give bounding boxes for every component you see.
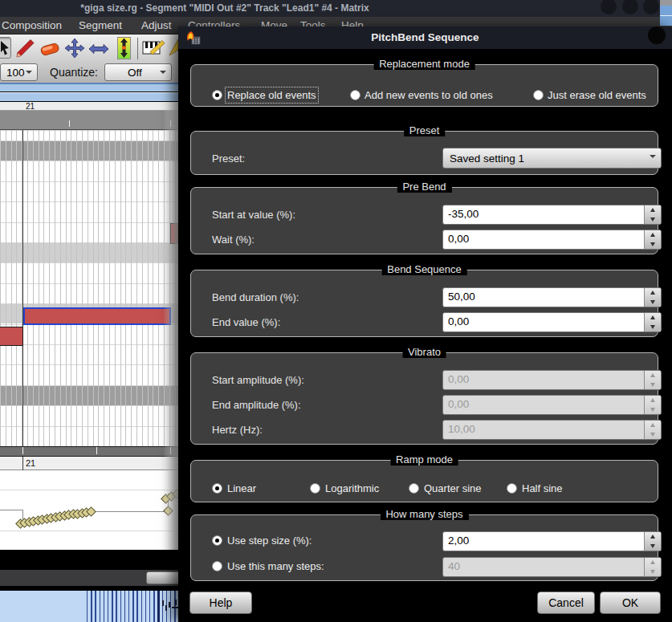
field-label: End value (%):: [212, 316, 280, 328]
radio-label[interactable]: Just erase old events: [548, 89, 646, 101]
chevron-down-icon: [26, 71, 32, 77]
bar-number-top: 21: [26, 102, 35, 111]
dialog-title: PitchBend Sequence: [178, 31, 672, 43]
window-title: *giga size.rg - Segment "MIDI Out #2" Tr…: [0, 2, 450, 14]
dialog-close-button[interactable]: [648, 26, 666, 44]
draw-tool-icon[interactable]: [14, 38, 35, 59]
velocity-tool-button[interactable]: [117, 37, 131, 59]
quantize-combobox[interactable]: Off: [104, 63, 172, 81]
radio-linear[interactable]: [212, 483, 222, 494]
pitchbend-sequence-dialog: PitchBend Sequence Replacement mode Repl…: [178, 26, 672, 622]
radio-use-step-size[interactable]: [212, 535, 222, 546]
window-button-3[interactable]: [643, 0, 659, 14]
menu-adjust[interactable]: Adjust: [141, 19, 172, 31]
window-right-edge: [660, 0, 672, 6]
dialog-edge-fade: [163, 102, 178, 550]
field-label: Hertz (Hz):: [212, 424, 263, 436]
window-button-2[interactable]: [622, 0, 638, 14]
bend-duration-spinbox[interactable]: 50,00: [442, 287, 662, 307]
spin-buttons[interactable]: [644, 532, 661, 551]
help-button[interactable]: Help: [189, 592, 252, 614]
group-vibrato: Vibrato Start amplitude (%): 0,00 End am…: [190, 352, 658, 445]
menu-segment[interactable]: Segment: [79, 19, 122, 31]
radio-use-this-many-steps[interactable]: [212, 561, 222, 571]
radio-label[interactable]: Use step size (%):: [227, 535, 312, 547]
radio-half-sine[interactable]: [507, 483, 517, 494]
radio-add-new-events[interactable]: [350, 90, 360, 100]
bar-number-bottom: 21: [26, 458, 35, 468]
group-legend: Bend Sequence: [381, 263, 467, 275]
panner-mini-note: [165, 605, 167, 611]
spin-buttons: [644, 421, 661, 439]
cancel-button[interactable]: Cancel: [537, 592, 595, 614]
horn-icon[interactable]: [168, 38, 179, 59]
zoom-combobox[interactable]: 100: [0, 63, 38, 81]
window-button-1[interactable]: [601, 0, 617, 14]
preset-label: Preset:: [212, 152, 245, 165]
selected-note-event[interactable]: [23, 307, 171, 325]
start-at-value-spinbox[interactable]: -35,00: [442, 205, 662, 225]
radio-label[interactable]: Logarithmic: [325, 482, 379, 494]
group-replacement-mode: Replacement mode Replace old events Add …: [190, 64, 658, 107]
group-legend: Replacement mode: [373, 58, 475, 70]
dialog-titlebar[interactable]: PitchBend Sequence: [178, 26, 672, 49]
menu-composition[interactable]: Composition: [2, 19, 62, 31]
group-pre-bend: Pre Bend Start at value (%): -35,00 Wait…: [190, 187, 658, 254]
quantize-label: Quantize:: [50, 66, 98, 79]
spin-buttons[interactable]: [644, 205, 661, 224]
group-legend: Ramp mode: [390, 453, 458, 465]
erase-tool-icon[interactable]: [39, 38, 61, 59]
note-event[interactable]: [0, 327, 23, 346]
radio-label[interactable]: Linear: [227, 482, 256, 494]
preset-value: Saved setting 1: [450, 152, 524, 165]
ruler-tick: [96, 447, 97, 454]
panner-playhead: [157, 591, 160, 622]
spin-value: 0,00: [443, 371, 644, 389]
zoom-value: 100: [6, 67, 25, 79]
start-amplitude-spinbox: 0,00: [442, 370, 662, 390]
spin-buttons[interactable]: [644, 313, 661, 331]
chevron-down-icon: [160, 71, 166, 77]
spin-buttons[interactable]: [644, 288, 661, 307]
radio-just-erase-old-events[interactable]: [533, 90, 544, 100]
rosegarden-matrix-window: *giga size.rg - Segment "MIDI Out #2" Tr…: [0, 0, 672, 622]
spin-value: 0,00: [443, 230, 644, 249]
wait-spinbox[interactable]: 0,00: [442, 230, 662, 250]
spin-buttons: [644, 396, 661, 414]
window-right-edge-ruler: [660, 6, 672, 26]
select-arrow-icon: [0, 40, 10, 56]
spin-value: 0,00: [443, 313, 644, 331]
ruler-tick: [22, 447, 23, 454]
step-recording-icon[interactable]: [142, 38, 166, 59]
group-legend: How many steps: [380, 508, 468, 520]
window-titlebar[interactable]: *giga size.rg - Segment "MIDI Out #2" Tr…: [0, 0, 672, 17]
hertz-spinbox: 10,00: [442, 420, 662, 440]
step-size-spinbox[interactable]: 2,00: [442, 531, 662, 551]
move-tool-icon[interactable]: [64, 38, 85, 59]
group-bend-sequence: Bend Sequence Bend duration (%): 50,00 E…: [190, 270, 658, 337]
velocity-arrow-icon: [118, 38, 130, 59]
radio-logarithmic[interactable]: [310, 483, 320, 494]
panner-mini-note: [175, 600, 177, 605]
resize-tool-icon[interactable]: [88, 43, 109, 55]
group-legend: Pre Bend: [397, 181, 451, 193]
ok-button[interactable]: OK: [600, 592, 661, 614]
step-count-spinbox: 40: [442, 557, 662, 577]
radio-label[interactable]: Half sine: [522, 482, 563, 494]
select-tool-button[interactable]: [0, 37, 11, 59]
preset-combobox[interactable]: Saved setting 1: [442, 148, 662, 169]
end-value-spinbox[interactable]: 0,00: [442, 312, 662, 332]
radio-label[interactable]: Add new events to old ones: [365, 89, 493, 101]
spin-value: -35,00: [443, 205, 644, 224]
radio-label[interactable]: Replace old events: [227, 89, 316, 101]
spin-buttons: [644, 371, 661, 389]
radio-quarter-sine[interactable]: [409, 483, 419, 494]
spin-buttons[interactable]: [644, 230, 661, 249]
group-preset: Preset Preset: Saved setting 1: [190, 131, 658, 175]
radio-label[interactable]: Quarter sine: [424, 482, 482, 494]
radio-replace-old-events[interactable]: [212, 90, 222, 100]
pitchbend-line: [0, 510, 22, 510]
toolbar-separator: [137, 38, 138, 59]
radio-label[interactable]: Use this many steps:: [227, 560, 324, 572]
quantize-value: Off: [128, 67, 142, 79]
